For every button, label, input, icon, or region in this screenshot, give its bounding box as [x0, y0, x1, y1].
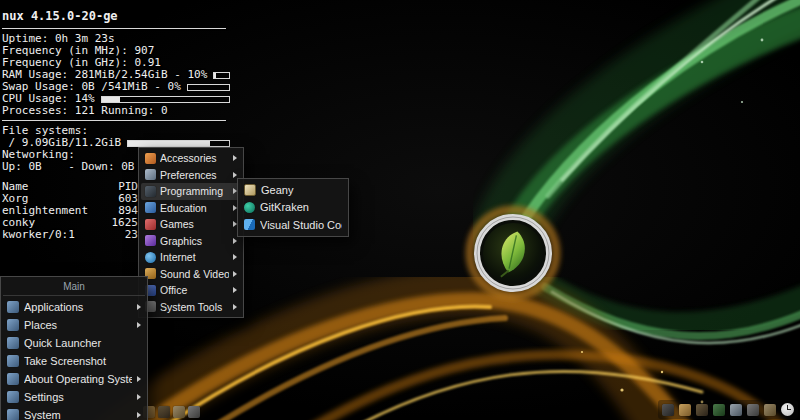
- apps-menu-item-system-tools[interactable]: System Tools: [141, 299, 241, 316]
- quick-launcher-icon: [7, 337, 19, 349]
- education-icon: [145, 202, 156, 213]
- places-folder-icon: [7, 319, 19, 331]
- about-info-icon: [7, 373, 19, 385]
- system-icon: [7, 409, 19, 420]
- system-shelf: [658, 400, 798, 419]
- screenshot-camera-icon: [7, 355, 19, 367]
- applications-submenu: Accessories Preferences Programming Educ…: [138, 147, 244, 318]
- programming-icon: [145, 186, 156, 197]
- submenu-arrow-icon: [233, 271, 237, 277]
- submenu-arrow-icon: [137, 304, 141, 310]
- geany-icon: [244, 184, 256, 196]
- submenu-arrow-icon: [137, 322, 141, 328]
- programming-submenu: Geany GitKraken Visual Studio Code: [237, 178, 349, 237]
- vscode-icon: [244, 219, 255, 230]
- swap-usage-bar: [187, 84, 230, 91]
- pager-icon[interactable]: [764, 404, 776, 416]
- apps-menu-item-sound-video[interactable]: Sound & Video: [141, 266, 241, 283]
- submenu-arrow-icon: [233, 304, 237, 310]
- app-icon[interactable]: [158, 406, 170, 418]
- apps-menu-item-games[interactable]: Games: [141, 216, 241, 233]
- apps-menu-item-education[interactable]: Education: [141, 200, 241, 217]
- settings-gear-icon: [7, 391, 19, 403]
- main-menu: Main Applications Places Quick Launcher …: [0, 276, 148, 420]
- apps-menu-item-internet[interactable]: Internet: [141, 249, 241, 266]
- submenu-arrow-icon: [137, 394, 141, 400]
- cpu-usage-bar: [101, 96, 230, 103]
- gitkraken-icon: [244, 202, 255, 213]
- main-menu-item-take-screenshot[interactable]: Take Screenshot: [3, 352, 145, 370]
- kernel-version: nux 4.15.0-20-ge: [2, 9, 230, 25]
- files-icon[interactable]: [679, 404, 691, 416]
- submenu-arrow-icon: [233, 172, 237, 178]
- submenu-arrow-icon: [137, 376, 141, 382]
- menu-item-visual-studio-code[interactable]: Visual Studio Code: [240, 216, 346, 234]
- apps-menu-item-programming[interactable]: Programming: [141, 183, 241, 200]
- process-row: kworker/0:1 23: [2, 229, 138, 241]
- terminal-icon[interactable]: [696, 404, 708, 416]
- menu-item-geany[interactable]: Geany: [240, 181, 346, 199]
- graphics-icon: [145, 235, 156, 246]
- clock-icon[interactable]: [781, 403, 794, 416]
- accessories-icon: [145, 153, 156, 164]
- ram-usage-bar: [213, 72, 230, 79]
- apps-menu-item-preferences[interactable]: Preferences: [141, 167, 241, 184]
- main-menu-item-system[interactable]: System: [3, 406, 145, 420]
- divider: [2, 120, 226, 121]
- main-menu-item-settings[interactable]: Settings: [3, 388, 145, 406]
- left-shelf: [143, 404, 200, 419]
- apps-menu-item-graphics[interactable]: Graphics: [141, 233, 241, 250]
- battery-icon[interactable]: [747, 404, 759, 416]
- main-menu-item-places[interactable]: Places: [3, 316, 145, 334]
- main-menu-item-applications[interactable]: Applications: [3, 298, 145, 316]
- main-menu-item-about-os[interactable]: About Operating System: [3, 370, 145, 388]
- app-icon[interactable]: [188, 406, 200, 418]
- main-menu-item-quick-launcher[interactable]: Quick Launcher: [3, 334, 145, 352]
- menu-item-gitkraken[interactable]: GitKraken: [240, 199, 346, 217]
- submenu-arrow-icon: [233, 155, 237, 161]
- apps-menu-item-office[interactable]: Office: [141, 282, 241, 299]
- applications-icon: [7, 301, 19, 313]
- main-menu-header: Main: [3, 279, 145, 296]
- app-icon[interactable]: [173, 406, 185, 418]
- submenu-arrow-icon: [233, 287, 237, 293]
- processes-line: Processes: 121 Running: 0: [2, 105, 230, 117]
- mixer-icon[interactable]: [730, 404, 742, 416]
- apps-menu-item-accessories[interactable]: Accessories: [141, 150, 241, 167]
- preferences-icon: [145, 169, 156, 180]
- internet-icon: [145, 252, 156, 263]
- submenu-arrow-icon: [137, 412, 141, 418]
- games-icon: [145, 219, 156, 230]
- submenu-arrow-icon: [233, 254, 237, 260]
- root-fs-bar: [127, 140, 230, 147]
- leaf-emblem: [470, 210, 556, 296]
- submenu-arrow-icon: [233, 238, 237, 244]
- cpu-monitor-icon[interactable]: [713, 404, 725, 416]
- divider: [2, 28, 226, 29]
- window-list-icon[interactable]: [662, 404, 674, 416]
